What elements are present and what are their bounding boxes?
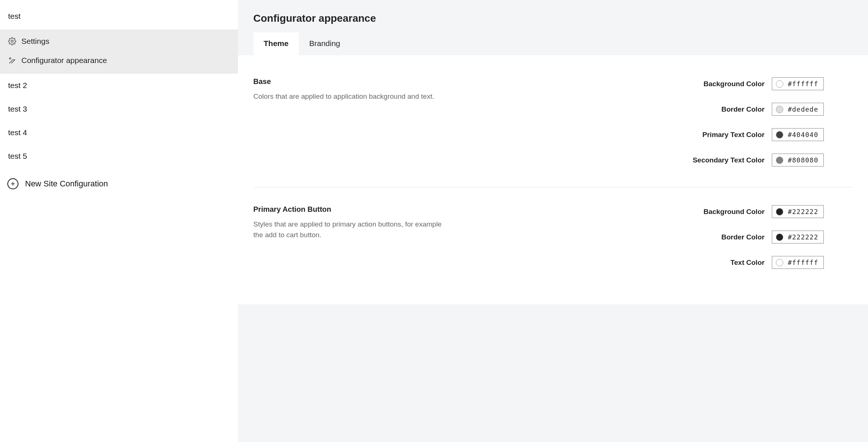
sidebar-site-label: test 4 [8, 128, 27, 137]
color-swatch [776, 234, 783, 241]
sidebar-site-label: test [8, 12, 21, 20]
tab-label: Branding [309, 39, 340, 48]
sidebar-site-label: test 3 [8, 105, 27, 113]
color-value: #808080 [788, 156, 818, 164]
color-row-background: Background Color #ffffff [703, 77, 824, 90]
theme-section-base: Base Colors that are applied to applicat… [253, 77, 853, 187]
color-label: Secondary Text Color [693, 156, 764, 164]
section-description: Styles that are applied to primary actio… [253, 219, 445, 241]
color-value: #222222 [788, 233, 818, 241]
color-swatch [776, 80, 783, 88]
svg-point-0 [11, 40, 13, 42]
appearance-icon [8, 56, 16, 64]
sidebar-site-label: test 2 [8, 81, 27, 90]
color-swatch [776, 157, 783, 164]
color-label: Border Color [721, 105, 764, 113]
color-label: Text Color [731, 259, 765, 267]
color-value: #dedede [788, 105, 818, 113]
color-value: #ffffff [788, 259, 818, 266]
sidebar-site-label: test 5 [8, 152, 27, 160]
section-title: Base [253, 77, 445, 86]
sidebar-site-test4[interactable]: test 4 [0, 121, 238, 144]
theme-section-primary-action: Primary Action Button Styles that are ap… [253, 205, 853, 290]
new-site-button[interactable]: New Site Configuration [0, 172, 238, 196]
section-colors: Background Color #ffffff Border Color #d… [460, 77, 853, 166]
sidebar-site-test5[interactable]: test 5 [0, 144, 238, 168]
gear-icon [8, 37, 16, 45]
sidebar-site-subnav: Settings Configurator appearance [0, 29, 238, 74]
color-picker-border[interactable]: #dedede [772, 103, 824, 116]
color-swatch [776, 106, 783, 113]
color-row-pab-background: Background Color #222222 [703, 205, 824, 218]
color-swatch [776, 208, 783, 215]
section-description: Colors that are applied to application b… [253, 91, 445, 102]
plus-icon [7, 178, 18, 189]
sidebar: test Settings [0, 0, 238, 442]
color-row-secondary-text: Secondary Text Color #808080 [693, 154, 824, 166]
color-label: Primary Text Color [703, 131, 765, 139]
tab-bar: Theme Branding [238, 32, 868, 55]
section-title: Primary Action Button [253, 205, 445, 214]
color-picker-background[interactable]: #ffffff [772, 77, 824, 90]
sidebar-site-test[interactable]: test [0, 4, 238, 28]
color-picker-pab-text[interactable]: #ffffff [772, 256, 824, 269]
sidebar-item-settings[interactable]: Settings [0, 32, 238, 51]
color-row-pab-border: Border Color #222222 [721, 231, 824, 243]
main-content: Configurator appearance Theme Branding B… [238, 0, 868, 442]
color-swatch [776, 259, 783, 266]
sidebar-site-test3[interactable]: test 3 [0, 97, 238, 121]
sidebar-item-label: Configurator appearance [21, 56, 107, 65]
color-row-pab-text: Text Color #ffffff [731, 256, 824, 269]
page-title: Configurator appearance [238, 13, 868, 32]
svg-point-1 [9, 57, 11, 59]
color-label: Background Color [703, 80, 764, 88]
color-value: #404040 [788, 131, 818, 138]
color-picker-pab-background[interactable]: #222222 [772, 205, 824, 218]
color-row-border: Border Color #dedede [721, 103, 824, 116]
color-label: Border Color [721, 233, 764, 241]
color-value: #ffffff [788, 80, 818, 88]
color-row-primary-text: Primary Text Color #404040 [703, 128, 824, 141]
new-site-label: New Site Configuration [25, 179, 108, 189]
color-label: Background Color [703, 208, 764, 216]
section-colors: Background Color #222222 Border Color #2… [460, 205, 853, 269]
color-picker-secondary-text[interactable]: #808080 [772, 154, 824, 166]
color-swatch [776, 131, 783, 138]
tab-panel-theme: Base Colors that are applied to applicat… [238, 55, 868, 304]
color-picker-primary-text[interactable]: #404040 [772, 128, 824, 141]
section-info: Base Colors that are applied to applicat… [253, 77, 445, 166]
tab-branding[interactable]: Branding [299, 32, 350, 55]
sidebar-item-label: Settings [21, 37, 49, 46]
section-info: Primary Action Button Styles that are ap… [253, 205, 445, 269]
tab-label: Theme [264, 39, 289, 48]
color-value: #222222 [788, 208, 818, 215]
tab-theme[interactable]: Theme [253, 32, 299, 55]
sidebar-site-test2[interactable]: test 2 [0, 74, 238, 97]
app-root: test Settings [0, 0, 868, 442]
color-picker-pab-border[interactable]: #222222 [772, 231, 824, 243]
sidebar-item-appearance[interactable]: Configurator appearance [0, 51, 238, 70]
